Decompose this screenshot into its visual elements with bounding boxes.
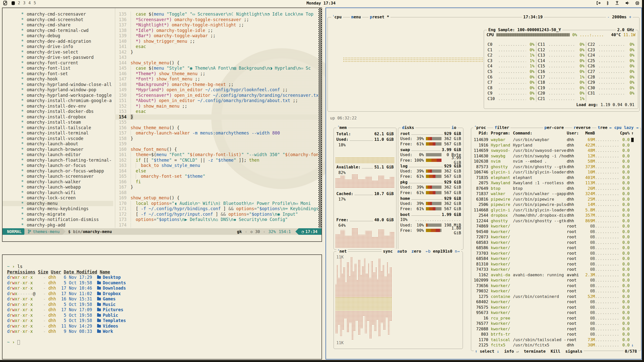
file-list-item[interactable]: *omarchy-hyprland-window-pop: [3, 87, 113, 93]
net-box-title[interactable]: ³net: [336, 249, 348, 254]
process-row[interactable]: 1162avahi-daavahi-daemon: running [avahi…: [471, 272, 641, 278]
file-list-item[interactable]: *omarchy-pkg-add: [3, 222, 113, 228]
file-list-item[interactable]: *omarchy-install-tailscale: [3, 125, 113, 131]
file-list-item[interactable]: *omarchy-install-terminal: [3, 130, 113, 136]
net-interface[interactable]: ←b enp191s0 n→: [426, 249, 460, 254]
file-list-item[interactable]: *omarchy-font-list: [3, 66, 113, 71]
process-row[interactable]: 114659swayosd-/usr/bin/swayosd-serverdhh…: [471, 148, 641, 153]
screencast-icon[interactable]: [596, 1, 601, 5]
process-row[interactable]: 71835elephantelephantdhh401M..........0.…: [471, 175, 641, 180]
update-interval[interactable]: - 2000ms +: [606, 15, 633, 19]
file-list-item[interactable]: *omarchy-debug: [3, 33, 113, 39]
process-row[interactable]: 1275containe/usr/bin/containerdroot52M..…: [471, 294, 641, 299]
file-list-item[interactable]: *omarchy-install-dev-env: [3, 104, 113, 109]
process-row[interactable]: 74869kworker/root0B..........0.0: [471, 223, 641, 229]
file-list-item[interactable]: *omarchy-cmd-share: [3, 22, 113, 28]
process-row[interactable]: 72073kworker/root0B..........0.0: [471, 234, 641, 240]
process-row[interactable]: 74733kworker/root0B..........0.0: [471, 267, 641, 272]
file-list-item[interactable]: *omarchy-install-steam: [3, 120, 113, 125]
process-row[interactable]: 114668glycin-i/usr/lib/glycin-loadersdhh…: [471, 207, 641, 213]
file-list-item[interactable]: *omarchy-launch-wifi: [3, 190, 113, 196]
process-row[interactable]: 2075XwaylandXwayland :1 -rootless -dhh11…: [471, 180, 641, 186]
process-row[interactable]: 1916HyprlandHyprlanddhh422M..........0.0: [471, 143, 641, 148]
terminal-cursor[interactable]: [17, 340, 20, 345]
file-list-item[interactable]: *omarchy-hyprland-workspace-toggle: [3, 93, 113, 98]
file-list-item[interactable]: *omarchy-launch-editor: [3, 152, 113, 158]
process-row[interactable]: 95673kworker/root0B..........0.0: [471, 310, 641, 315]
proc-filter-button[interactable]: filter: [493, 125, 510, 130]
process-scrollbar-thumb[interactable]: [631, 138, 634, 142]
file-list-item[interactable]: *omarchy-hook: [3, 76, 113, 82]
proc-tree-toggle[interactable]: tree: [596, 125, 609, 130]
terminal-prompt[interactable]: ~ › ls: [7, 264, 126, 269]
file-list-item[interactable]: *omarchy-menu-keybindings: [3, 206, 113, 212]
bluetooth-icon[interactable]: ᛒ: [607, 1, 609, 6]
file-list-item[interactable]: *omarchy-launch-screensaver: [3, 174, 113, 179]
file-list-item[interactable]: *omarchy-drive-set-password: [3, 55, 113, 60]
process-row[interactable]: 72088kworker/root0B..........0.0: [471, 326, 641, 332]
volume-icon[interactable]: [625, 1, 630, 5]
process-row[interactable]: 68583kworker/root0B..........0.0: [471, 240, 641, 245]
file-list-item[interactable]: *omarchy-migrate: [3, 212, 113, 217]
process-row[interactable]: 102638nvimnvim --embed .dhh58M..........…: [471, 159, 641, 164]
proc-sort-selector[interactable]: ← cpu lazy →: [608, 125, 640, 130]
info-button[interactable]: info ↵: [504, 349, 519, 354]
file-list-item[interactable]: *omarchy-launch-floating-terminal-: [3, 158, 113, 163]
file-list-item[interactable]: *omarchy-install-docker-dbs: [3, 109, 113, 114]
process-row[interactable]: 87649btopbtopdhh26M..........0.0: [471, 186, 641, 191]
file-list-item[interactable]: *omarchy-launch-or-focus: [3, 163, 113, 168]
process-row[interactable]: 68586kworker/root0B..........0.0: [471, 245, 641, 251]
process-row[interactable]: 1170tailscal/usr/sbin/tailscaled --root7…: [471, 337, 641, 343]
process-row[interactable]: 68402kworker/root0B..........0.0: [471, 299, 641, 305]
process-row[interactable]: 2506pipewire/usr/bin/pipewire-pulsedhh14…: [471, 202, 641, 207]
terminate-button[interactable]: terminate: [524, 349, 546, 354]
process-row[interactable]: 81310kworker/root0B..........0.0: [471, 261, 641, 267]
process-row[interactable]: 79032kworker/root0B..........0.0: [471, 288, 641, 294]
file-list-item[interactable]: *omarchy-notification-dismiss: [3, 217, 113, 222]
file-list-item[interactable]: *omarchy-menu: [3, 201, 113, 206]
proc-box-title[interactable]: ⁴proc: [473, 125, 487, 130]
file-list-item[interactable]: *omarchy-drive-select: [3, 50, 113, 55]
signals-button[interactable]: signals: [565, 349, 582, 354]
file-list-item[interactable]: *omarchy-launch-browser: [3, 147, 113, 152]
net-auto-toggle[interactable]: auto: [397, 249, 407, 254]
process-row[interactable]: 73703kworker/root0B..........0.0: [471, 251, 641, 256]
process-row[interactable]: 68584kworker/root0B..........0.0: [471, 256, 641, 261]
select-keys[interactable]: ↑ select ↓: [475, 349, 499, 354]
process-row[interactable]: 16rcu_preeroot0B..........0.0: [471, 315, 641, 321]
proc-reverse-toggle[interactable]: reverse: [572, 125, 592, 130]
file-list-item[interactable]: *omarchy-cmd-terminal-cwd: [3, 28, 113, 33]
file-list-item[interactable]: *omarchy-drive-info: [3, 44, 113, 50]
process-row[interactable]: 803btrfs-trroot0B..........0.0: [471, 332, 641, 337]
process-row[interactable]: 12244ghostty/usr/bin/ghostty --gtk-dhh86…: [471, 218, 641, 224]
file-list-item[interactable]: *omarchy-font-current: [3, 60, 113, 66]
process-row[interactable]: 63816pipewire/usr/bin/pipewiredhh25M....…: [471, 197, 641, 202]
file-list-item[interactable]: *omarchy-launch-about: [3, 141, 113, 147]
file-list-item[interactable]: *omarchy-font-set: [3, 71, 113, 77]
memory-box-title[interactable]: ²mem: [336, 125, 348, 130]
process-row[interactable]: 94540kworker/root0B..........0.0: [471, 229, 641, 235]
process-row[interactable]: 87573ghostty/usr/bin/ghostty --gtk-dhh37…: [471, 164, 641, 170]
btop-menu-button[interactable]: menu: [350, 15, 362, 19]
file-list-item[interactable]: *omarchy-launch-or-focus-webapp: [3, 168, 113, 174]
file-list-item[interactable]: *omarchy-install-vscode: [3, 136, 113, 142]
process-row[interactable]: 2544dropbox/home/dhh/.dropbox-distdhh357…: [471, 213, 641, 218]
process-row[interactable]: 114639waybar/usr/bin/waybardhh69M.......…: [471, 137, 641, 143]
io-toggle[interactable]: io: [450, 125, 458, 130]
process-row[interactable]: 76575kworker/root0B..........0.0: [471, 305, 641, 310]
editor-scrollbar[interactable]: [318, 8, 321, 228]
file-list-item[interactable]: *omarchy-cmd-screensaver: [3, 12, 113, 17]
net-zero-toggle[interactable]: zero: [412, 249, 421, 254]
process-row[interactable]: 76577kworker/root0B..........0.0: [471, 321, 641, 326]
process-row[interactable]: 73656kworker/root0B..........0.0: [471, 283, 641, 289]
terminal-prompt[interactable]: ~ ›: [7, 340, 126, 345]
disks-box-title[interactable]: disks: [401, 125, 415, 130]
cpu-icon[interactable]: [635, 1, 639, 5]
file-list-item[interactable]: *omarchy-install-chromium-google-a: [3, 98, 113, 104]
process-row[interactable]: 106746glycin-i/usr/lib/glycin-loadersdhh…: [471, 169, 641, 175]
file-list-item[interactable]: *omarchy-dev-add-migration: [3, 39, 113, 44]
kill-button[interactable]: Kill: [551, 349, 560, 354]
file-list-item[interactable]: *omarchy-cmd-screenshot: [3, 17, 113, 23]
file-list-item[interactable]: *omarchy-launch-webapp: [3, 185, 113, 190]
proc-percore-toggle[interactable]: per-core: [543, 125, 565, 130]
